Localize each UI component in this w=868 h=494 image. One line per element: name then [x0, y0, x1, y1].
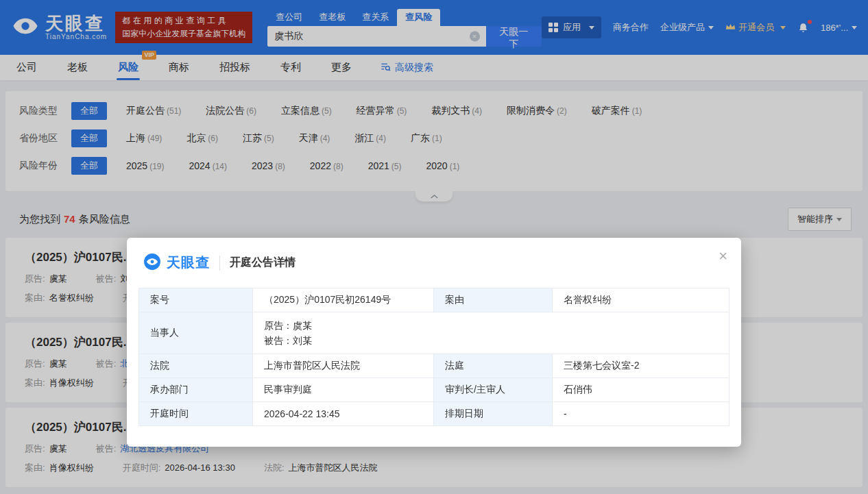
modal-header: 天眼查 开庭公告详情 × — [127, 238, 741, 288]
close-icon[interactable]: × — [719, 249, 727, 264]
modal-title: 开庭公告详情 — [230, 256, 296, 270]
detail-label-cell: 排期日期 — [434, 402, 553, 426]
detail-value-cell: 原告：虞某 被告：刘某 — [253, 312, 730, 354]
detail-label-cell: 开庭时间 — [139, 402, 253, 426]
detail-value-cell: 三楼第七会议室-2 — [553, 354, 730, 378]
detail-value-cell: 上海市普陀区人民法院 — [253, 354, 434, 378]
modal-brand: 天眼查 — [167, 254, 210, 272]
divider — [219, 256, 220, 271]
table-row: 法院 上海市普陀区人民法院 法庭 三楼第七会议室-2 — [139, 354, 730, 378]
tianyancha-eye-icon — [143, 253, 161, 273]
detail-value-cell: 民事审判庭 — [253, 378, 434, 402]
detail-label-cell: 案号 — [139, 288, 253, 312]
detail-label-cell: 承办部门 — [139, 378, 253, 402]
detail-label-cell: 当事人 — [139, 312, 253, 354]
detail-label-cell: 法院 — [139, 354, 253, 378]
table-row: 案号 （2025）沪0107民初26149号 案由 名誉权纠纷 — [139, 288, 730, 312]
detail-value-cell: 石俏伟 — [553, 378, 730, 402]
court-announcement-modal: 天眼查 开庭公告详情 × 案号 （2025）沪0107民初26149号 案由 名… — [127, 238, 741, 447]
table-row: 承办部门 民事审判庭 审判长/主审人 石俏伟 — [139, 378, 730, 402]
plaintiff-line: 原告：虞某 — [264, 318, 718, 333]
defendant-line: 被告：刘某 — [264, 333, 718, 348]
detail-label-cell: 法庭 — [434, 354, 553, 378]
detail-value-cell: - — [553, 402, 730, 426]
table-row: 开庭时间 2026-04-22 13:45 排期日期 - — [139, 402, 730, 426]
case-detail-table: 案号 （2025）沪0107民初26149号 案由 名誉权纠纷 当事人 原告：虞… — [138, 288, 730, 426]
detail-label-cell: 审判长/主审人 — [434, 378, 553, 402]
modal-body: 案号 （2025）沪0107民初26149号 案由 名誉权纠纷 当事人 原告：虞… — [127, 288, 741, 426]
detail-value-cell: 名誉权纠纷 — [553, 288, 730, 312]
table-row: 当事人 原告：虞某 被告：刘某 — [139, 312, 730, 354]
detail-value-cell: 2026-04-22 13:45 — [253, 402, 434, 426]
detail-value-cell: （2025）沪0107民初26149号 — [253, 288, 434, 312]
detail-label-cell: 案由 — [434, 288, 553, 312]
